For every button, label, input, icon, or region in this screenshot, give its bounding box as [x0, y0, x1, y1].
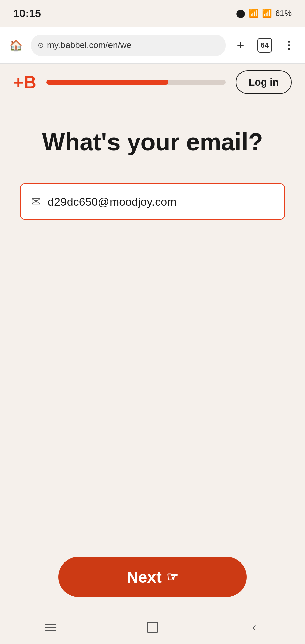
browser-menu-button[interactable]: [279, 36, 298, 55]
browser-home-button[interactable]: 🏠: [7, 36, 26, 55]
progress-bar-container: [46, 80, 226, 85]
address-bar-lock-icon: ⊙: [38, 41, 44, 50]
email-input[interactable]: [48, 195, 274, 208]
page-title: What's your email?: [42, 127, 263, 156]
next-button-label: Next: [127, 568, 162, 586]
wifi-icon: 📶: [262, 9, 272, 18]
nav-recent-button[interactable]: [41, 617, 61, 637]
tab-count-box: 64: [257, 38, 272, 53]
cursor-icon: ☞: [166, 569, 178, 585]
menu-dot-1: [288, 41, 290, 43]
menu-dot-2: [288, 44, 290, 46]
status-icons: ⬤ 📶 📶 61%: [236, 9, 292, 18]
status-bar: 10:15 ⬤ 📶 📶 61%: [0, 0, 305, 27]
home-icon: 🏠: [9, 39, 23, 52]
browser-new-tab-button[interactable]: +: [231, 36, 250, 55]
bottom-area: Next ☞: [0, 557, 305, 610]
recent-apps-icon: [45, 624, 56, 631]
battery-text: 61%: [275, 9, 292, 18]
browser-tab-count-button[interactable]: 64: [255, 36, 274, 55]
android-nav-bar: ‹: [0, 610, 305, 644]
signal-icon: 📶: [249, 9, 259, 18]
login-button[interactable]: Log in: [236, 70, 292, 94]
bluetooth-icon: ⬤: [236, 9, 245, 18]
next-button[interactable]: Next ☞: [58, 557, 247, 597]
email-input-wrapper: ✉: [20, 183, 285, 220]
nav-home-button[interactable]: [142, 617, 163, 637]
back-arrow-icon: ‹: [252, 620, 256, 634]
app-header: +B Log in: [0, 64, 305, 101]
main-content: What's your email? ✉: [0, 101, 305, 349]
browser-address-bar[interactable]: ⊙ my.babbel.com/en/we: [31, 35, 226, 56]
nav-back-button[interactable]: ‹: [244, 617, 264, 637]
email-icon: ✉: [31, 195, 41, 209]
home-nav-icon: [147, 622, 158, 633]
babbel-logo: +B: [13, 72, 36, 92]
progress-bar-fill: [46, 80, 168, 85]
status-time: 10:15: [13, 7, 41, 20]
menu-dot-3: [288, 48, 290, 50]
browser-url-text: my.babbel.com/en/we: [47, 40, 219, 50]
browser-bar: 🏠 ⊙ my.babbel.com/en/we + 64: [0, 27, 305, 64]
tab-count-label: 64: [261, 41, 269, 50]
